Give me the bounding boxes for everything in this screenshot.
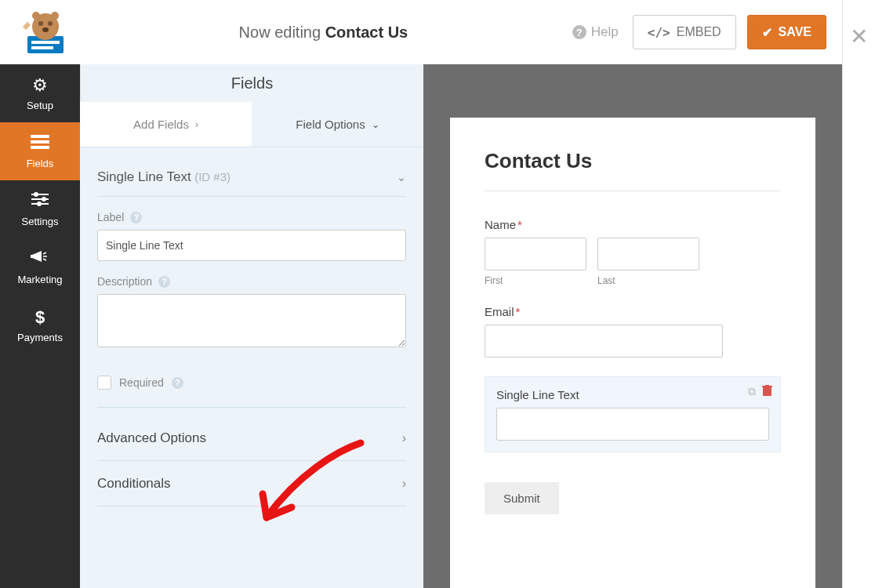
svg-rect-10	[31, 140, 49, 143]
dollar-icon: $	[35, 307, 45, 328]
svg-point-15	[42, 198, 45, 201]
chevron-right-icon: ›	[195, 119, 198, 130]
check-icon: ✔	[762, 25, 772, 40]
duplicate-icon[interactable]: ⧉	[748, 385, 756, 398]
email-input[interactable]	[485, 325, 723, 358]
svg-point-8	[51, 12, 59, 20]
help-icon[interactable]: ?	[130, 212, 142, 223]
sidebar: ⚙ Setup Fields Settings Marketing	[0, 64, 80, 588]
last-name-input[interactable]	[597, 238, 699, 270]
svg-point-4	[38, 21, 43, 26]
required-asterisk: *	[516, 305, 521, 318]
editing-prefix: Now editing	[239, 24, 321, 41]
svg-rect-1	[31, 41, 60, 44]
svg-rect-21	[765, 385, 769, 387]
single-line-label: Single Line Text	[496, 388, 769, 401]
field-name: Single Line Text	[97, 169, 191, 184]
description-label: Description ?	[97, 275, 406, 288]
accordion-label: Advanced Options	[97, 430, 206, 446]
first-name-input[interactable]	[485, 238, 586, 270]
sidebar-label: Settings	[22, 216, 59, 227]
chevron-down-icon: ⌄	[397, 171, 406, 183]
help-label: Help	[591, 24, 619, 40]
label-label: Label ?	[97, 211, 406, 223]
label-input[interactable]	[97, 230, 406, 261]
save-label: SAVE	[779, 25, 811, 39]
svg-rect-18	[31, 255, 33, 258]
accordion-label: Conditionals	[97, 476, 171, 492]
form-name: Contact Us	[325, 24, 408, 41]
wpforms-logo	[16, 3, 74, 62]
chevron-right-icon: ›	[402, 477, 406, 491]
sliders-icon	[31, 191, 49, 212]
single-line-input[interactable]	[496, 408, 769, 441]
name-label: Name*	[485, 218, 781, 231]
form-preview: Contact Us Name* First Last	[450, 118, 815, 588]
last-sublabel: Last	[597, 275, 699, 286]
svg-rect-9	[31, 135, 49, 138]
first-sublabel: First	[485, 275, 586, 286]
required-label: Required	[119, 376, 164, 389]
sidebar-label: Setup	[27, 100, 53, 111]
help-icon[interactable]: ?	[172, 377, 183, 389]
tab-field-options[interactable]: Field Options ⌄	[252, 102, 423, 147]
label-text: Label	[97, 211, 124, 223]
editing-title: Now editing Contact Us	[74, 24, 572, 42]
field-id: (ID #3)	[194, 170, 231, 183]
svg-point-17	[38, 202, 41, 205]
panel-header: Fields	[80, 64, 423, 102]
description-input[interactable]	[97, 294, 406, 347]
svg-point-13	[34, 193, 38, 196]
sidebar-label: Payments	[17, 332, 63, 343]
trash-icon[interactable]	[762, 385, 772, 398]
gear-icon: ⚙	[32, 75, 48, 96]
chevron-right-icon: ›	[402, 431, 406, 445]
field-section-header[interactable]: Single Line Text (ID #3) ⌄	[97, 169, 406, 197]
tab-label: Add Fields	[133, 118, 189, 131]
close-icon[interactable]: ✕	[850, 24, 868, 49]
svg-rect-11	[31, 146, 49, 149]
selected-field-preview[interactable]: ⧉ Single Line Text	[485, 376, 781, 452]
embed-label: EMBED	[677, 25, 721, 39]
required-asterisk: *	[517, 218, 522, 231]
svg-point-6	[42, 27, 49, 32]
save-button[interactable]: ✔ SAVE	[747, 15, 826, 49]
tab-label: Field Options	[296, 118, 365, 131]
code-icon: </>	[648, 25, 670, 40]
form-title: Contact Us	[485, 149, 781, 191]
help-icon: ?	[572, 25, 586, 39]
tab-add-fields[interactable]: Add Fields ›	[80, 102, 252, 147]
svg-rect-19	[763, 387, 772, 396]
advanced-options-accordion[interactable]: Advanced Options ›	[97, 416, 406, 461]
help-icon[interactable]: ?	[158, 276, 170, 288]
chevron-down-icon: ⌄	[372, 119, 379, 130]
svg-rect-2	[31, 46, 53, 49]
bullhorn-icon	[31, 249, 49, 270]
sidebar-label: Marketing	[17, 274, 62, 285]
svg-point-5	[48, 21, 53, 26]
required-checkbox[interactable]	[97, 376, 111, 390]
list-icon	[31, 133, 49, 154]
svg-point-7	[32, 12, 40, 20]
sidebar-item-settings[interactable]: Settings	[0, 180, 80, 238]
sidebar-item-marketing[interactable]: Marketing	[0, 238, 80, 296]
conditionals-accordion[interactable]: Conditionals ›	[97, 461, 406, 506]
sidebar-label: Fields	[27, 158, 54, 169]
help-link[interactable]: ? Help	[572, 24, 619, 40]
embed-button[interactable]: </> EMBED	[633, 15, 736, 49]
email-label: Email*	[485, 305, 781, 318]
submit-button[interactable]: Submit	[485, 482, 559, 514]
label-text: Description	[97, 275, 152, 288]
sidebar-item-setup[interactable]: ⚙ Setup	[0, 64, 80, 122]
sidebar-item-fields[interactable]: Fields	[0, 122, 80, 180]
sidebar-item-payments[interactable]: $ Payments	[0, 296, 80, 354]
